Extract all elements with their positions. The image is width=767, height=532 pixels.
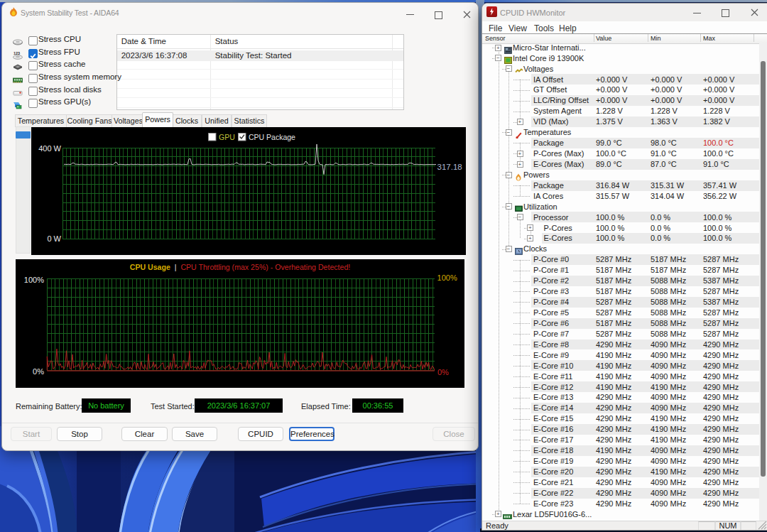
- svg-text:123: 123: [13, 51, 20, 55]
